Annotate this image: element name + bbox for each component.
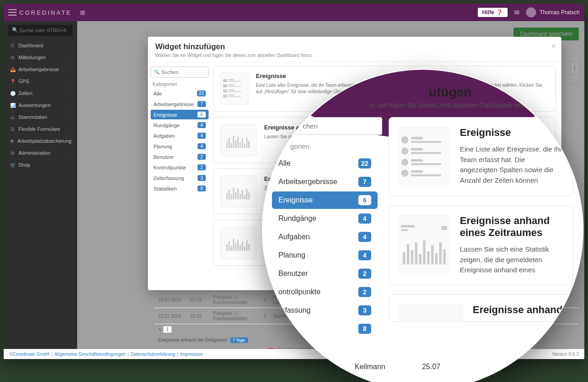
footer-imprint-link[interactable]: Impressum bbox=[180, 352, 203, 357]
pin-icon: 📍 bbox=[10, 79, 15, 84]
category-benutzer[interactable]: Benutzer2 bbox=[151, 152, 209, 162]
svg-rect-26 bbox=[233, 187, 234, 199]
nav-auswertungen[interactable]: 📊Auswertungen‹ bbox=[4, 99, 77, 111]
dialog-subtitle: Wählen Sie ein Widget und fügen Sie dies… bbox=[155, 53, 554, 58]
category-arbeitsergebnisse[interactable]: Arbeitsergebnisse7 bbox=[151, 99, 209, 109]
svg-rect-32 bbox=[246, 189, 248, 200]
page-number[interactable]: 1 bbox=[163, 326, 172, 333]
category-planung[interactable]: Planung4 bbox=[151, 141, 209, 151]
gear-icon: ⚙ bbox=[10, 151, 15, 156]
hamburger-icon[interactable] bbox=[8, 9, 17, 16]
lens-widget-card[interactable]: Ereignisse Eine Liste aller Ereignisse, … bbox=[389, 117, 573, 196]
nav-shop[interactable]: 🛒Shop bbox=[4, 159, 77, 171]
help-button[interactable]: Hilfe❓ bbox=[478, 8, 508, 17]
category-zeiterfassung[interactable]: Zeiterfassung3 bbox=[151, 173, 209, 183]
clock-icon: 🕑 bbox=[10, 91, 15, 96]
svg-rect-31 bbox=[244, 195, 245, 200]
svg-rect-21 bbox=[246, 138, 248, 148]
lens-category-planung[interactable]: Planung4 bbox=[272, 247, 378, 264]
svg-rect-58 bbox=[401, 229, 407, 231]
svg-point-54 bbox=[401, 170, 408, 177]
nav-gps[interactable]: 📍GPS‹ bbox=[4, 75, 77, 87]
svg-rect-2 bbox=[228, 81, 241, 82]
svg-rect-47 bbox=[411, 141, 441, 143]
category-ereignisse[interactable]: Ereignisse6 bbox=[151, 110, 209, 119]
mail-icon: ✉ bbox=[10, 55, 15, 60]
svg-rect-39 bbox=[237, 240, 239, 251]
svg-rect-8 bbox=[228, 91, 241, 92]
lens-category-ontrollpunkte[interactable]: ontrollpunkte2 bbox=[272, 283, 378, 301]
svg-rect-15 bbox=[233, 136, 234, 148]
lens-widget-card[interactable]: Ereignisse anhand eines Zeitraumes Lasse… bbox=[389, 205, 573, 285]
lens-footer-fragment: Keilmann25.07 bbox=[355, 363, 582, 371]
svg-rect-3 bbox=[223, 84, 227, 88]
category-statistiken[interactable]: Statistiken8 bbox=[151, 184, 209, 193]
folder-icon: 🗂 bbox=[10, 115, 15, 120]
svg-rect-6 bbox=[223, 90, 227, 93]
svg-point-51 bbox=[401, 158, 408, 165]
category-rundgänge[interactable]: Rundgänge4 bbox=[151, 120, 209, 130]
svg-rect-17 bbox=[237, 137, 239, 148]
mail-icon[interactable]: ✉ bbox=[514, 9, 520, 16]
bars-thumb-icon bbox=[398, 304, 463, 322]
svg-point-45 bbox=[401, 136, 408, 143]
nav-mitteilungen[interactable]: ✉Mitteilungen‹ bbox=[4, 51, 77, 63]
magnifier-lens: ufügen et und fügen Sie dieses zum aktue… bbox=[262, 69, 583, 382]
footer-agb-link[interactable]: Allgemeine Geschäftsbedingungen bbox=[55, 352, 126, 357]
svg-rect-41 bbox=[242, 242, 243, 251]
nav-arbeitsplatzabsicherung[interactable]: ✚Arbeitsplatzabsicherung‹ bbox=[4, 135, 77, 147]
svg-rect-38 bbox=[235, 243, 237, 251]
svg-rect-29 bbox=[239, 193, 241, 199]
lens-category-rundgänge[interactable]: Rundgänge4 bbox=[272, 210, 378, 227]
svg-rect-5 bbox=[228, 86, 241, 87]
svg-rect-42 bbox=[244, 247, 245, 251]
nav-dashboard[interactable]: ⏱Dashboard bbox=[4, 39, 77, 51]
nav-administration[interactable]: ⚙Administration‹ bbox=[4, 147, 77, 159]
edit-icon[interactable]: ✎ bbox=[158, 327, 162, 332]
svg-rect-13 bbox=[228, 138, 230, 148]
lens-widget-desc: Eine Liste aller Ereignisse, die Ihr Tea… bbox=[460, 144, 564, 185]
close-icon[interactable]: × bbox=[551, 41, 556, 51]
svg-rect-67 bbox=[431, 245, 434, 264]
svg-rect-9 bbox=[223, 95, 227, 98]
grid-icon[interactable]: ▦ bbox=[80, 9, 85, 16]
svg-rect-25 bbox=[231, 195, 232, 200]
nav-arbeitsergebnisse[interactable]: 📥Arbeitsergebnisse‹ bbox=[4, 63, 77, 75]
footer-privacy-link[interactable]: Datenschutzerklärung bbox=[130, 352, 175, 357]
svg-rect-59 bbox=[441, 226, 447, 230]
lens-widget-card[interactable]: Ereignisse anhand bbox=[389, 294, 573, 322]
nav-stammdaten[interactable]: 🗂Stammdaten‹ bbox=[4, 111, 77, 123]
chart-icon: 📊 bbox=[10, 103, 15, 108]
svg-rect-0 bbox=[223, 79, 227, 82]
lens-category-alle[interactable]: Alle22 bbox=[272, 155, 378, 172]
lens-category-ereignisse[interactable]: Ereignisse6 bbox=[272, 191, 378, 209]
lens-category-benutzer[interactable]: Benutzer2 bbox=[272, 265, 378, 282]
search-icon: 🔍 bbox=[12, 27, 18, 33]
lens-categories-heading: gorien bbox=[290, 142, 378, 150]
dialog-sidebar: 🔍 Kategorien Alle22Arbeitsergebnisse7Ere… bbox=[148, 62, 211, 290]
brand-name: COREDINATE bbox=[19, 9, 72, 16]
svg-rect-40 bbox=[239, 245, 241, 251]
list-thumb-icon bbox=[220, 73, 249, 105]
footer-company-link[interactable]: Coredinate GmbH bbox=[12, 352, 50, 357]
category-aufgaben[interactable]: Aufgaben4 bbox=[151, 131, 209, 140]
svg-rect-22 bbox=[249, 141, 250, 148]
bars-thumb-icon bbox=[220, 227, 257, 259]
svg-rect-16 bbox=[235, 140, 237, 148]
svg-rect-10 bbox=[228, 95, 234, 96]
user-avatar[interactable] bbox=[526, 7, 536, 17]
category-kontrollpunkte[interactable]: Kontrollpunkte2 bbox=[151, 163, 209, 172]
svg-rect-69 bbox=[439, 242, 442, 264]
nav-flexible-formulare[interactable]: ☰Flexible Formulare‹ bbox=[4, 123, 77, 135]
svg-rect-19 bbox=[242, 139, 243, 148]
gauge-icon: ⏱ bbox=[10, 43, 15, 48]
lens-category-aufgaben[interactable]: Aufgaben4 bbox=[272, 228, 378, 246]
svg-rect-46 bbox=[411, 137, 423, 140]
lens-category-arbeitsergebnisse[interactable]: Arbeitsergebnisse7 bbox=[272, 173, 378, 191]
svg-rect-57 bbox=[401, 225, 415, 228]
lens-category-erfassung[interactable]: erfassung3 bbox=[272, 302, 378, 319]
category-alle[interactable]: Alle22 bbox=[151, 89, 209, 98]
nav-zeiten[interactable]: 🕑Zeiten‹ bbox=[4, 87, 77, 99]
lens-widget-desc: Lassen Sie sich eine Statistik zeigen, d… bbox=[460, 244, 564, 275]
lens-widget-title: Ereignisse anhand bbox=[473, 304, 563, 316]
